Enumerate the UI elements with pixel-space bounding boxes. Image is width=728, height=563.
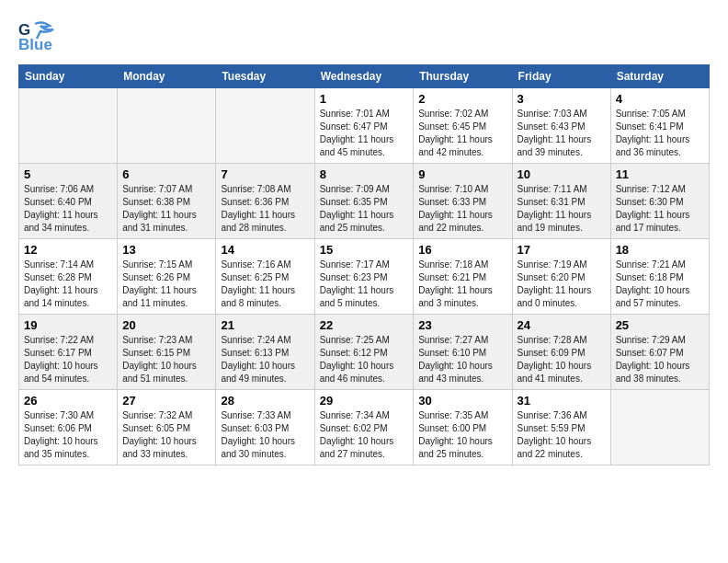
calendar-cell: 14Sunrise: 7:16 AM Sunset: 6:25 PM Dayli…: [216, 239, 314, 315]
calendar-cell: 3Sunrise: 7:03 AM Sunset: 6:43 PM Daylig…: [512, 88, 610, 164]
logo: G Blue: [18, 18, 59, 55]
day-number: 8: [320, 167, 409, 181]
day-number: 12: [24, 243, 112, 257]
calendar-cell: 16Sunrise: 7:18 AM Sunset: 6:21 PM Dayli…: [414, 239, 512, 315]
calendar-cell: 20Sunrise: 7:23 AM Sunset: 6:15 PM Dayli…: [118, 315, 216, 390]
day-info: Sunrise: 7:09 AM Sunset: 6:35 PM Dayligh…: [320, 183, 409, 235]
calendar-week-3: 12Sunrise: 7:14 AM Sunset: 6:28 PM Dayli…: [19, 239, 710, 315]
calendar-week-5: 26Sunrise: 7:30 AM Sunset: 6:06 PM Dayli…: [19, 390, 710, 465]
calendar-cell: 9Sunrise: 7:10 AM Sunset: 6:33 PM Daylig…: [414, 164, 512, 239]
day-info: Sunrise: 7:11 AM Sunset: 6:31 PM Dayligh…: [518, 183, 606, 235]
calendar-cell: 18Sunrise: 7:21 AM Sunset: 6:18 PM Dayli…: [610, 239, 709, 315]
day-info: Sunrise: 7:29 AM Sunset: 6:07 PM Dayligh…: [616, 334, 704, 385]
calendar-cell: 7Sunrise: 7:08 AM Sunset: 6:36 PM Daylig…: [216, 164, 314, 239]
day-number: 15: [320, 243, 409, 257]
day-info: Sunrise: 7:34 AM Sunset: 6:02 PM Dayligh…: [320, 409, 409, 461]
day-info: Sunrise: 7:14 AM Sunset: 6:28 PM Dayligh…: [24, 259, 112, 310]
calendar-cell: 2Sunrise: 7:02 AM Sunset: 6:45 PM Daylig…: [414, 88, 512, 164]
day-number: 3: [518, 92, 606, 106]
day-info: Sunrise: 7:03 AM Sunset: 6:43 PM Dayligh…: [518, 108, 606, 159]
calendar-cell: [610, 390, 709, 465]
day-info: Sunrise: 7:06 AM Sunset: 6:40 PM Dayligh…: [24, 183, 112, 235]
day-header-saturday: Saturday: [610, 65, 709, 88]
day-number: 22: [320, 318, 409, 332]
day-info: Sunrise: 7:24 AM Sunset: 6:13 PM Dayligh…: [221, 334, 309, 385]
day-info: Sunrise: 7:23 AM Sunset: 6:15 PM Dayligh…: [122, 334, 210, 385]
calendar-cell: 19Sunrise: 7:22 AM Sunset: 6:17 PM Dayli…: [19, 315, 118, 390]
day-number: 4: [616, 92, 704, 106]
calendar-cell: 8Sunrise: 7:09 AM Sunset: 6:35 PM Daylig…: [314, 164, 414, 239]
day-info: Sunrise: 7:12 AM Sunset: 6:30 PM Dayligh…: [616, 183, 704, 235]
day-info: Sunrise: 7:02 AM Sunset: 6:45 PM Dayligh…: [418, 108, 506, 159]
calendar-cell: 6Sunrise: 7:07 AM Sunset: 6:38 PM Daylig…: [118, 164, 216, 239]
calendar-cell: 24Sunrise: 7:28 AM Sunset: 6:09 PM Dayli…: [512, 315, 610, 390]
day-number: 31: [518, 394, 606, 408]
calendar-week-2: 5Sunrise: 7:06 AM Sunset: 6:40 PM Daylig…: [19, 164, 710, 239]
day-info: Sunrise: 7:07 AM Sunset: 6:38 PM Dayligh…: [122, 183, 210, 235]
calendar-cell: 1Sunrise: 7:01 AM Sunset: 6:47 PM Daylig…: [314, 88, 414, 164]
day-info: Sunrise: 7:15 AM Sunset: 6:26 PM Dayligh…: [122, 259, 210, 310]
day-number: 6: [122, 167, 210, 181]
calendar-cell: 4Sunrise: 7:05 AM Sunset: 6:41 PM Daylig…: [610, 88, 709, 164]
calendar-cell: [118, 88, 216, 164]
day-number: 2: [418, 92, 506, 106]
day-header-wednesday: Wednesday: [314, 65, 414, 88]
day-number: 24: [518, 318, 606, 332]
day-number: 7: [221, 167, 309, 181]
calendar-cell: 13Sunrise: 7:15 AM Sunset: 6:26 PM Dayli…: [118, 239, 216, 315]
calendar-cell: 30Sunrise: 7:35 AM Sunset: 6:00 PM Dayli…: [414, 390, 512, 465]
calendar-cell: 5Sunrise: 7:06 AM Sunset: 6:40 PM Daylig…: [19, 164, 118, 239]
calendar-cell: 11Sunrise: 7:12 AM Sunset: 6:30 PM Dayli…: [610, 164, 709, 239]
day-number: 9: [418, 167, 506, 181]
day-info: Sunrise: 7:32 AM Sunset: 6:05 PM Dayligh…: [122, 409, 210, 461]
day-number: 21: [221, 318, 309, 332]
day-header-thursday: Thursday: [414, 65, 512, 88]
calendar-cell: 22Sunrise: 7:25 AM Sunset: 6:12 PM Dayli…: [314, 315, 414, 390]
day-info: Sunrise: 7:27 AM Sunset: 6:10 PM Dayligh…: [418, 334, 506, 385]
day-number: 5: [24, 167, 112, 181]
calendar-cell: 29Sunrise: 7:34 AM Sunset: 6:02 PM Dayli…: [314, 390, 414, 465]
day-info: Sunrise: 7:19 AM Sunset: 6:20 PM Dayligh…: [518, 259, 606, 310]
logo-svg: G Blue: [18, 18, 59, 55]
day-header-friday: Friday: [512, 65, 610, 88]
day-info: Sunrise: 7:25 AM Sunset: 6:12 PM Dayligh…: [320, 334, 409, 385]
day-number: 23: [418, 318, 506, 332]
day-info: Sunrise: 7:28 AM Sunset: 6:09 PM Dayligh…: [518, 334, 606, 385]
day-info: Sunrise: 7:33 AM Sunset: 6:03 PM Dayligh…: [221, 409, 309, 461]
svg-text:Blue: Blue: [18, 36, 52, 53]
calendar-table: SundayMondayTuesdayWednesdayThursdayFrid…: [18, 64, 710, 465]
day-info: Sunrise: 7:36 AM Sunset: 5:59 PM Dayligh…: [518, 409, 606, 461]
day-number: 18: [616, 243, 704, 257]
day-info: Sunrise: 7:35 AM Sunset: 6:00 PM Dayligh…: [418, 409, 506, 461]
calendar-cell: 23Sunrise: 7:27 AM Sunset: 6:10 PM Dayli…: [414, 315, 512, 390]
calendar-cell: 12Sunrise: 7:14 AM Sunset: 6:28 PM Dayli…: [19, 239, 118, 315]
calendar-cell: 27Sunrise: 7:32 AM Sunset: 6:05 PM Dayli…: [118, 390, 216, 465]
calendar-cell: 10Sunrise: 7:11 AM Sunset: 6:31 PM Dayli…: [512, 164, 610, 239]
calendar-cell: [19, 88, 118, 164]
day-number: 29: [320, 394, 409, 408]
day-number: 27: [122, 394, 210, 408]
day-info: Sunrise: 7:05 AM Sunset: 6:41 PM Dayligh…: [616, 108, 704, 159]
day-number: 16: [418, 243, 506, 257]
day-info: Sunrise: 7:08 AM Sunset: 6:36 PM Dayligh…: [221, 183, 309, 235]
day-number: 1: [320, 92, 409, 106]
day-number: 20: [122, 318, 210, 332]
day-header-tuesday: Tuesday: [216, 65, 314, 88]
day-info: Sunrise: 7:10 AM Sunset: 6:33 PM Dayligh…: [418, 183, 506, 235]
day-info: Sunrise: 7:21 AM Sunset: 6:18 PM Dayligh…: [616, 259, 704, 310]
day-number: 14: [221, 243, 309, 257]
calendar-week-4: 19Sunrise: 7:22 AM Sunset: 6:17 PM Dayli…: [19, 315, 710, 390]
day-number: 30: [418, 394, 506, 408]
day-number: 10: [518, 167, 606, 181]
calendar-week-1: 1Sunrise: 7:01 AM Sunset: 6:47 PM Daylig…: [19, 88, 710, 164]
calendar-cell: 28Sunrise: 7:33 AM Sunset: 6:03 PM Dayli…: [216, 390, 314, 465]
calendar-cell: 17Sunrise: 7:19 AM Sunset: 6:20 PM Dayli…: [512, 239, 610, 315]
calendar-cell: 15Sunrise: 7:17 AM Sunset: 6:23 PM Dayli…: [314, 239, 414, 315]
day-number: 25: [616, 318, 704, 332]
calendar-cell: 31Sunrise: 7:36 AM Sunset: 5:59 PM Dayli…: [512, 390, 610, 465]
day-info: Sunrise: 7:30 AM Sunset: 6:06 PM Dayligh…: [24, 409, 112, 461]
calendar-header-row: SundayMondayTuesdayWednesdayThursdayFrid…: [19, 65, 710, 88]
calendar-cell: [216, 88, 314, 164]
day-number: 19: [24, 318, 112, 332]
day-info: Sunrise: 7:17 AM Sunset: 6:23 PM Dayligh…: [320, 259, 409, 310]
